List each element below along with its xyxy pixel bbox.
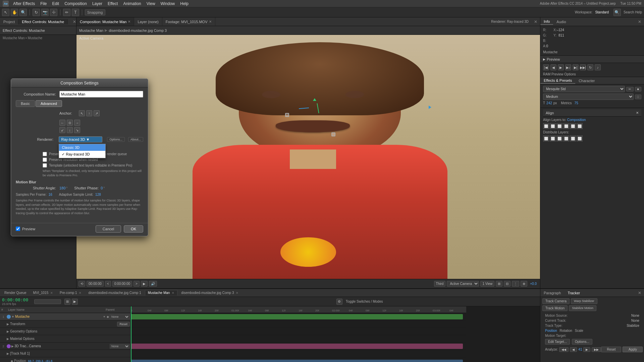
dialog-overlay: Composition Settings Composition Name: B…	[0, 0, 644, 362]
cancel-button[interactable]: Cancel	[96, 225, 121, 233]
dialog-tab-basic[interactable]: Basic	[16, 100, 35, 107]
template-note: When 'Template' is checked, only templat…	[16, 169, 143, 177]
anchor-label: Anchor:	[59, 111, 75, 115]
preview-check-label: Preview	[22, 227, 35, 231]
dialog-title: Composition Settings	[11, 79, 148, 87]
dialog-btns: Cancel OK	[96, 225, 143, 233]
renderer-dropdown: Classic 3D Ray-traced 3D	[59, 144, 106, 158]
shutter-angle-value[interactable]: 180	[59, 186, 65, 190]
cb-preserve-frame[interactable]	[43, 152, 47, 156]
renderer-select-wrapper: Ray-traced 3D ▼ Classic 3D Ray-traced 3D	[59, 136, 102, 142]
anchor-btn-8[interactable]: ↓	[67, 127, 73, 133]
asl-field: Adaptive Sample Limit: 128	[59, 193, 101, 196]
checkbox-template: Template (unlocked text layers editable …	[16, 163, 143, 168]
spf-field: Samples Per Frame: 16	[16, 193, 52, 196]
renderer-label: Renderer:	[16, 137, 57, 141]
comp-name-input[interactable]	[59, 91, 143, 98]
preview-check: Preview	[16, 227, 35, 231]
anchor-btn-1[interactable]: ↖	[79, 110, 85, 116]
anchor-btn-3[interactable]: ↗	[94, 110, 100, 116]
ok-button[interactable]: OK	[124, 225, 143, 233]
motion-blur-label: Motion Blur	[16, 180, 143, 184]
asl-value[interactable]: 128	[95, 193, 101, 196]
samples-row: Samples Per Frame: 16 Adaptive Sample Li…	[16, 193, 143, 196]
anchor-row-2: ← ⊙ →	[16, 119, 143, 126]
about-btn[interactable]: About...	[128, 137, 143, 142]
anchor-btn-2[interactable]: ↑	[86, 110, 92, 116]
dialog-footer: Preview Cancel OK	[11, 223, 148, 236]
dialog-tabs: Basic Advanced	[16, 100, 143, 107]
anchor-btn-5[interactable]: ⊙	[67, 120, 73, 126]
options-btn[interactable]: Options...	[107, 137, 125, 142]
anchor-controls: Anchor: ↖ ↑ ↗	[16, 110, 143, 116]
anchor-btn-4[interactable]: ←	[59, 120, 65, 126]
cb-template-label: Template (unlocked text layers editable …	[49, 164, 132, 167]
dialog-content: Composition Name: Basic Advanced Anchor:…	[11, 87, 148, 222]
dialog-tab-advanced[interactable]: Advanced	[36, 100, 62, 107]
anchor-btn-6[interactable]: →	[74, 120, 80, 126]
spf-value[interactable]: 16	[49, 193, 52, 196]
cb-template[interactable]	[43, 163, 47, 168]
anchor-btn-7[interactable]: ↙	[59, 127, 65, 133]
comp-name-label: Composition Name:	[16, 92, 59, 96]
anchor-row-3: ↙ ↓ ↘	[16, 126, 143, 134]
shutter-angle-label: Shutter Angle:	[16, 186, 59, 190]
comp-settings-dialog: Composition Settings Composition Name: B…	[11, 78, 148, 236]
dropdown-classic-3d[interactable]: Classic 3D	[59, 144, 105, 151]
anchor-btn-9[interactable]: ↘	[74, 127, 80, 133]
cb-preserve-res-label: Preserve resolution when nested	[49, 158, 98, 162]
asl-label: Adaptive Sample Limit:	[59, 193, 93, 196]
shutter-row: Shutter Angle: 180 ° Shutter Phase: 0 °	[16, 186, 143, 190]
spf-label: Samples Per Frame:	[16, 193, 47, 196]
shutter-phase-label: Shutter Phase:	[74, 186, 99, 190]
comp-name-row: Composition Name:	[16, 91, 143, 98]
renderer-select[interactable]: Ray-traced 3D ▼	[59, 136, 102, 142]
renderer-row: Renderer: Ray-traced 3D ▼ Classic 3D Ray…	[16, 136, 143, 142]
samples-note: Samples Per Frame controls the number of…	[16, 198, 143, 215]
preview-checkbox[interactable]	[16, 227, 20, 231]
cb-preserve-res[interactable]	[43, 158, 47, 162]
dropdown-raytraced-3d[interactable]: Ray-traced 3D	[59, 151, 105, 158]
shutter-phase-value[interactable]: 0	[101, 186, 103, 190]
